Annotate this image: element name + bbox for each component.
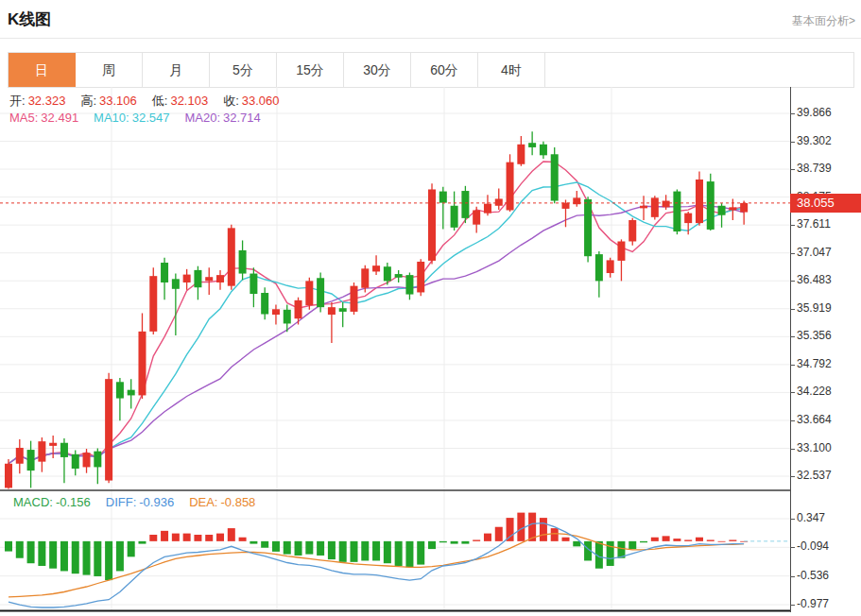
macd-row-diff-label: DIFF:	[106, 495, 137, 509]
price-axis-tick: 36.483	[797, 273, 832, 286]
price-axis-tick: 39.866	[797, 106, 832, 119]
price-axis-tick: 38.739	[797, 162, 832, 175]
tab-interval-7[interactable]: 4时	[478, 53, 545, 87]
tabbar-filler	[545, 53, 853, 87]
ohlc-readout: 开:32.323高:33.106低:32.103收:33.060	[9, 93, 295, 110]
macd-row-dea-value: -0.858	[220, 495, 255, 509]
kline-page: K线图 基本面分析> 日周月5分15分30分60分4时 39.86639.302…	[0, 0, 861, 616]
price-axis-tick: 35.919	[797, 301, 832, 315]
ma-row-ma5-label: MA5:	[9, 111, 38, 125]
macd-row-macd-value: -0.156	[56, 495, 91, 509]
kline-chart-canvas[interactable]	[0, 87, 790, 612]
price-axis-tick-mark	[790, 281, 795, 282]
price-axis-tick-mark	[790, 225, 795, 226]
ohlc-row-high-label: 高:	[80, 94, 96, 108]
last-price-badge: 38.055	[790, 194, 861, 213]
ohlc-row-close-value: 33.060	[242, 94, 280, 108]
ma-row-ma20-value: 32.714	[223, 111, 261, 125]
price-axis-tick: 34.228	[797, 385, 832, 398]
ohlc-row-open-label: 开:	[9, 94, 26, 108]
price-axis-tick-mark	[790, 365, 795, 366]
ma20-line	[9, 205, 744, 464]
macd-axis-tick-mark	[790, 519, 795, 520]
price-axis-line	[790, 87, 791, 612]
macd-axis-tick: -0.536	[797, 569, 829, 582]
macd-axis-tick-mark	[790, 547, 795, 548]
ohlc-row-low-label: 低:	[152, 94, 168, 108]
ma-row-ma20-label: MA20:	[184, 111, 220, 125]
page-title: K线图	[8, 9, 51, 30]
price-axis-tick: 35.356	[797, 329, 832, 342]
macd-axis-tick: -0.977	[797, 597, 829, 610]
ohlc-row-low-value: 32.103	[170, 94, 208, 108]
tab-interval-2[interactable]: 月	[143, 53, 210, 87]
macd-readout: MACD:-0.156DIFF:-0.936DEA:-0.858	[13, 495, 270, 509]
macd-axis-tick-mark	[790, 576, 795, 577]
macd-axis-tick: -0.094	[797, 539, 829, 553]
macd-row-macd-label: MACD:	[13, 495, 53, 509]
price-axis-tick-mark	[790, 169, 795, 170]
price-axis-tick-mark	[790, 309, 795, 310]
tab-interval-5[interactable]: 30分	[344, 53, 411, 87]
price-axis-tick-mark	[790, 113, 795, 114]
macd-row-diff-value: -0.936	[139, 495, 174, 509]
price-axis-tick-mark	[790, 392, 795, 393]
tab-interval-4[interactable]: 15分	[277, 53, 344, 87]
tab-interval-6[interactable]: 60分	[411, 53, 478, 87]
macd-axis-tick-mark	[790, 605, 795, 606]
price-axis-tick-mark	[790, 142, 795, 143]
price-axis-tick: 34.792	[797, 357, 832, 370]
macd-row-dea-label: DEA:	[189, 495, 217, 509]
macd-layer	[5, 513, 790, 607]
ma5-line	[9, 162, 744, 464]
price-axis-tick: 37.047	[797, 246, 832, 259]
candlestick-layer	[5, 131, 748, 488]
fundamental-analysis-link[interactable]: 基本面分析>	[792, 13, 855, 29]
price-axis-tick: 33.664	[797, 413, 832, 426]
price-axis-tick: 37.611	[797, 217, 831, 231]
price-axis-tick: 32.537	[797, 469, 832, 482]
price-axis-tick-mark	[790, 449, 795, 450]
price-axis-tick-mark	[790, 253, 795, 254]
macd-axis-tick: 0.347	[797, 511, 825, 524]
ma-readout: MA5:32.491MA10:32.547MA20:32.714	[9, 111, 276, 125]
price-axis-tick-mark	[790, 476, 795, 477]
header-divider	[0, 38, 861, 39]
tab-interval-0[interactable]: 日	[9, 53, 76, 87]
price-axis-tick: 33.100	[797, 441, 832, 454]
price-axis-tick-mark	[790, 420, 795, 421]
ohlc-row-high-value: 33.106	[99, 94, 137, 108]
ma-row-ma10-label: MA10:	[94, 111, 129, 125]
ma-row-ma10-value: 32.547	[132, 111, 170, 125]
tab-interval-1[interactable]: 周	[76, 53, 143, 87]
tab-interval-3[interactable]: 5分	[210, 53, 277, 87]
interval-tabbar: 日周月5分15分30分60分4时	[8, 52, 854, 88]
ohlc-row-open-value: 32.323	[28, 94, 66, 108]
price-axis-tick: 39.302	[797, 134, 832, 147]
ma-row-ma5-value: 32.491	[41, 111, 78, 125]
price-axis-tick-mark	[790, 336, 795, 337]
ohlc-row-close-label: 收:	[223, 94, 239, 108]
